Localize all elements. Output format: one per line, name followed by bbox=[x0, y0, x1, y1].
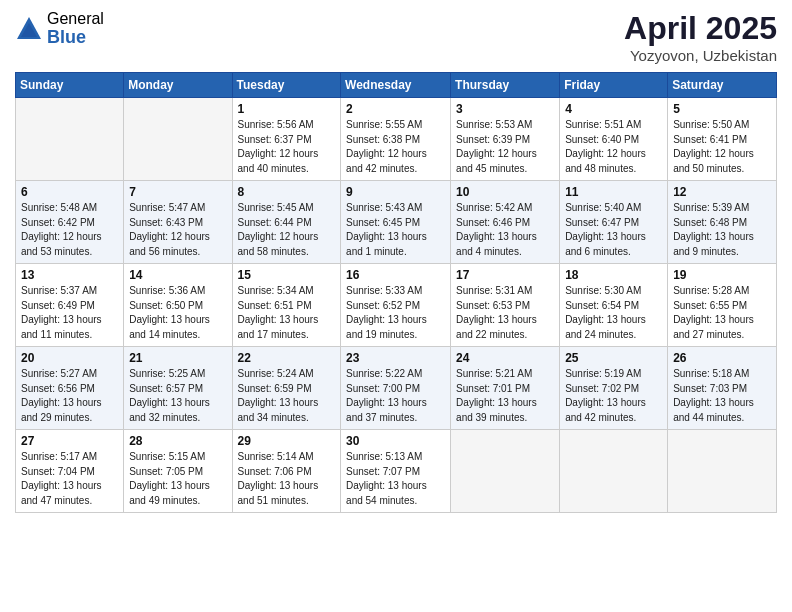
day-info: Sunrise: 5:42 AM Sunset: 6:46 PM Dayligh… bbox=[456, 201, 554, 259]
day-info: Sunrise: 5:18 AM Sunset: 7:03 PM Dayligh… bbox=[673, 367, 771, 425]
table-row: 9Sunrise: 5:43 AM Sunset: 6:45 PM Daylig… bbox=[341, 181, 451, 264]
day-info: Sunrise: 5:51 AM Sunset: 6:40 PM Dayligh… bbox=[565, 118, 662, 176]
calendar-table: Sunday Monday Tuesday Wednesday Thursday… bbox=[15, 72, 777, 513]
day-info: Sunrise: 5:21 AM Sunset: 7:01 PM Dayligh… bbox=[456, 367, 554, 425]
table-row: 10Sunrise: 5:42 AM Sunset: 6:46 PM Dayli… bbox=[451, 181, 560, 264]
table-row: 13Sunrise: 5:37 AM Sunset: 6:49 PM Dayli… bbox=[16, 264, 124, 347]
table-row: 6Sunrise: 5:48 AM Sunset: 6:42 PM Daylig… bbox=[16, 181, 124, 264]
day-info: Sunrise: 5:13 AM Sunset: 7:07 PM Dayligh… bbox=[346, 450, 445, 508]
header-tuesday: Tuesday bbox=[232, 73, 341, 98]
day-number: 8 bbox=[238, 185, 336, 199]
day-number: 5 bbox=[673, 102, 771, 116]
day-info: Sunrise: 5:56 AM Sunset: 6:37 PM Dayligh… bbox=[238, 118, 336, 176]
table-row: 15Sunrise: 5:34 AM Sunset: 6:51 PM Dayli… bbox=[232, 264, 341, 347]
table-row: 25Sunrise: 5:19 AM Sunset: 7:02 PM Dayli… bbox=[560, 347, 668, 430]
day-info: Sunrise: 5:31 AM Sunset: 6:53 PM Dayligh… bbox=[456, 284, 554, 342]
day-number: 1 bbox=[238, 102, 336, 116]
day-number: 15 bbox=[238, 268, 336, 282]
logo-general: General bbox=[47, 10, 104, 28]
logo-icon bbox=[15, 15, 43, 43]
table-row bbox=[451, 430, 560, 513]
table-row: 14Sunrise: 5:36 AM Sunset: 6:50 PM Dayli… bbox=[124, 264, 232, 347]
day-number: 14 bbox=[129, 268, 226, 282]
table-row bbox=[124, 98, 232, 181]
day-info: Sunrise: 5:45 AM Sunset: 6:44 PM Dayligh… bbox=[238, 201, 336, 259]
day-info: Sunrise: 5:19 AM Sunset: 7:02 PM Dayligh… bbox=[565, 367, 662, 425]
logo: General Blue bbox=[15, 10, 104, 47]
table-row: 27Sunrise: 5:17 AM Sunset: 7:04 PM Dayli… bbox=[16, 430, 124, 513]
day-info: Sunrise: 5:50 AM Sunset: 6:41 PM Dayligh… bbox=[673, 118, 771, 176]
day-info: Sunrise: 5:55 AM Sunset: 6:38 PM Dayligh… bbox=[346, 118, 445, 176]
header-thursday: Thursday bbox=[451, 73, 560, 98]
table-row: 26Sunrise: 5:18 AM Sunset: 7:03 PM Dayli… bbox=[668, 347, 777, 430]
day-number: 30 bbox=[346, 434, 445, 448]
table-row: 19Sunrise: 5:28 AM Sunset: 6:55 PM Dayli… bbox=[668, 264, 777, 347]
day-number: 24 bbox=[456, 351, 554, 365]
day-number: 20 bbox=[21, 351, 118, 365]
day-info: Sunrise: 5:24 AM Sunset: 6:59 PM Dayligh… bbox=[238, 367, 336, 425]
table-row: 2Sunrise: 5:55 AM Sunset: 6:38 PM Daylig… bbox=[341, 98, 451, 181]
day-info: Sunrise: 5:47 AM Sunset: 6:43 PM Dayligh… bbox=[129, 201, 226, 259]
day-info: Sunrise: 5:33 AM Sunset: 6:52 PM Dayligh… bbox=[346, 284, 445, 342]
header-friday: Friday bbox=[560, 73, 668, 98]
day-number: 13 bbox=[21, 268, 118, 282]
day-info: Sunrise: 5:53 AM Sunset: 6:39 PM Dayligh… bbox=[456, 118, 554, 176]
day-number: 7 bbox=[129, 185, 226, 199]
day-number: 27 bbox=[21, 434, 118, 448]
header-saturday: Saturday bbox=[668, 73, 777, 98]
day-info: Sunrise: 5:43 AM Sunset: 6:45 PM Dayligh… bbox=[346, 201, 445, 259]
day-number: 18 bbox=[565, 268, 662, 282]
day-number: 16 bbox=[346, 268, 445, 282]
table-row: 28Sunrise: 5:15 AM Sunset: 7:05 PM Dayli… bbox=[124, 430, 232, 513]
header-monday: Monday bbox=[124, 73, 232, 98]
day-number: 28 bbox=[129, 434, 226, 448]
day-info: Sunrise: 5:14 AM Sunset: 7:06 PM Dayligh… bbox=[238, 450, 336, 508]
table-row bbox=[16, 98, 124, 181]
logo-blue: Blue bbox=[47, 28, 104, 48]
day-info: Sunrise: 5:40 AM Sunset: 6:47 PM Dayligh… bbox=[565, 201, 662, 259]
calendar-week-row: 20Sunrise: 5:27 AM Sunset: 6:56 PM Dayli… bbox=[16, 347, 777, 430]
day-info: Sunrise: 5:37 AM Sunset: 6:49 PM Dayligh… bbox=[21, 284, 118, 342]
day-number: 23 bbox=[346, 351, 445, 365]
day-number: 26 bbox=[673, 351, 771, 365]
day-number: 17 bbox=[456, 268, 554, 282]
day-number: 10 bbox=[456, 185, 554, 199]
day-info: Sunrise: 5:36 AM Sunset: 6:50 PM Dayligh… bbox=[129, 284, 226, 342]
table-row: 3Sunrise: 5:53 AM Sunset: 6:39 PM Daylig… bbox=[451, 98, 560, 181]
day-number: 9 bbox=[346, 185, 445, 199]
table-row: 18Sunrise: 5:30 AM Sunset: 6:54 PM Dayli… bbox=[560, 264, 668, 347]
header-sunday: Sunday bbox=[16, 73, 124, 98]
table-row: 8Sunrise: 5:45 AM Sunset: 6:44 PM Daylig… bbox=[232, 181, 341, 264]
day-info: Sunrise: 5:15 AM Sunset: 7:05 PM Dayligh… bbox=[129, 450, 226, 508]
table-row: 21Sunrise: 5:25 AM Sunset: 6:57 PM Dayli… bbox=[124, 347, 232, 430]
day-info: Sunrise: 5:17 AM Sunset: 7:04 PM Dayligh… bbox=[21, 450, 118, 508]
table-row: 30Sunrise: 5:13 AM Sunset: 7:07 PM Dayli… bbox=[341, 430, 451, 513]
table-row: 4Sunrise: 5:51 AM Sunset: 6:40 PM Daylig… bbox=[560, 98, 668, 181]
table-row: 29Sunrise: 5:14 AM Sunset: 7:06 PM Dayli… bbox=[232, 430, 341, 513]
header-wednesday: Wednesday bbox=[341, 73, 451, 98]
month-year: April 2025 bbox=[624, 10, 777, 47]
calendar-week-row: 13Sunrise: 5:37 AM Sunset: 6:49 PM Dayli… bbox=[16, 264, 777, 347]
logo-text: General Blue bbox=[47, 10, 104, 47]
title-block: April 2025 Yozyovon, Uzbekistan bbox=[624, 10, 777, 64]
table-row bbox=[560, 430, 668, 513]
day-number: 3 bbox=[456, 102, 554, 116]
day-number: 2 bbox=[346, 102, 445, 116]
table-row: 17Sunrise: 5:31 AM Sunset: 6:53 PM Dayli… bbox=[451, 264, 560, 347]
calendar-week-row: 6Sunrise: 5:48 AM Sunset: 6:42 PM Daylig… bbox=[16, 181, 777, 264]
table-row: 1Sunrise: 5:56 AM Sunset: 6:37 PM Daylig… bbox=[232, 98, 341, 181]
table-row: 12Sunrise: 5:39 AM Sunset: 6:48 PM Dayli… bbox=[668, 181, 777, 264]
table-row: 7Sunrise: 5:47 AM Sunset: 6:43 PM Daylig… bbox=[124, 181, 232, 264]
day-number: 29 bbox=[238, 434, 336, 448]
day-info: Sunrise: 5:30 AM Sunset: 6:54 PM Dayligh… bbox=[565, 284, 662, 342]
day-number: 12 bbox=[673, 185, 771, 199]
calendar-week-row: 1Sunrise: 5:56 AM Sunset: 6:37 PM Daylig… bbox=[16, 98, 777, 181]
calendar-week-row: 27Sunrise: 5:17 AM Sunset: 7:04 PM Dayli… bbox=[16, 430, 777, 513]
location: Yozyovon, Uzbekistan bbox=[624, 47, 777, 64]
day-info: Sunrise: 5:48 AM Sunset: 6:42 PM Dayligh… bbox=[21, 201, 118, 259]
day-number: 25 bbox=[565, 351, 662, 365]
day-number: 22 bbox=[238, 351, 336, 365]
table-row: 22Sunrise: 5:24 AM Sunset: 6:59 PM Dayli… bbox=[232, 347, 341, 430]
day-number: 6 bbox=[21, 185, 118, 199]
table-row: 20Sunrise: 5:27 AM Sunset: 6:56 PM Dayli… bbox=[16, 347, 124, 430]
